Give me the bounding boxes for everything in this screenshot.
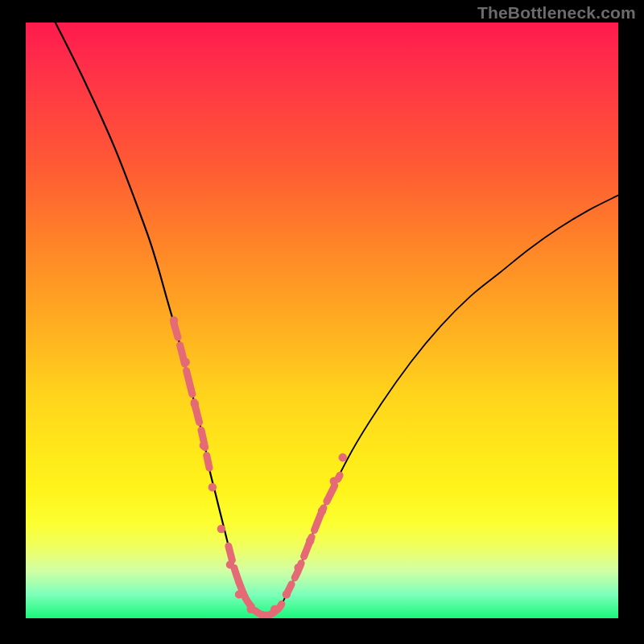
highlight-dot	[294, 564, 302, 572]
highlight-dot	[217, 525, 225, 533]
highlight-dot	[306, 537, 314, 545]
highlight-dash-segment	[239, 583, 287, 616]
plot-svg	[26, 23, 618, 618]
highlight-dash-segment	[287, 475, 340, 594]
highlight-dashes	[174, 324, 340, 616]
watermark-text: TheBottleneck.com	[477, 3, 636, 23]
highlight-dot	[283, 590, 291, 598]
highlight-dot	[235, 590, 243, 598]
chart-stage: TheBottleneck.com	[0, 0, 644, 644]
highlight-dot	[226, 560, 234, 568]
highlight-dot	[200, 441, 208, 449]
highlight-dots	[170, 316, 347, 618]
highlight-dot	[339, 453, 347, 461]
plot-area	[26, 23, 618, 618]
highlight-dot	[246, 605, 254, 613]
bottleneck-curve-left	[56, 23, 263, 615]
highlight-dot	[170, 316, 178, 324]
highlight-dot	[182, 358, 190, 366]
highlight-dot	[191, 399, 199, 407]
highlight-dot	[318, 507, 326, 515]
highlight-dot	[208, 483, 217, 491]
highlight-dot	[270, 605, 279, 613]
highlight-dot	[330, 477, 338, 485]
bottleneck-curve-right	[262, 196, 618, 616]
